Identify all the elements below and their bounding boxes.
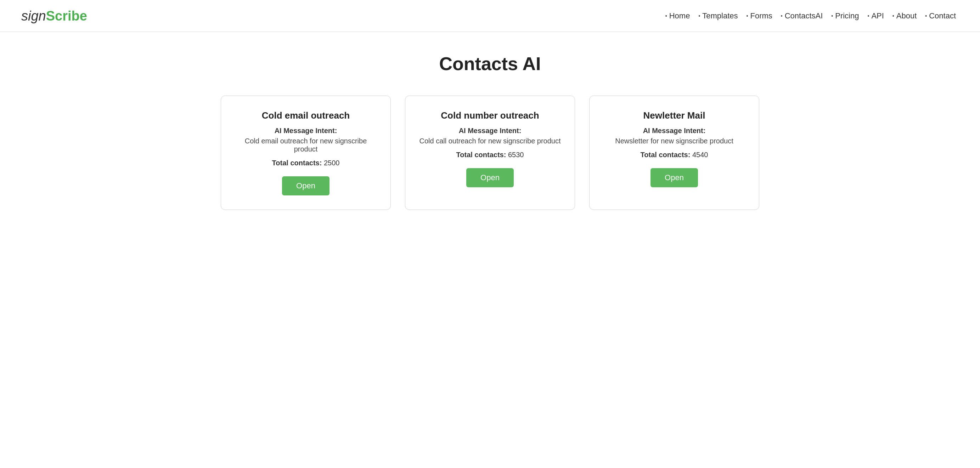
contact-card: Cold email outreach AI Message Intent: C… xyxy=(221,95,391,210)
nav-item-label: API xyxy=(871,11,884,21)
nav-dot: • xyxy=(925,13,927,19)
nav-dot: • xyxy=(867,13,869,19)
open-button[interactable]: Open xyxy=(651,168,698,187)
page-title: Contacts AI xyxy=(29,53,951,75)
card-contacts: Total contacts: 6530 xyxy=(457,151,524,159)
nav-dot: • xyxy=(665,13,667,19)
nav-item-about[interactable]: •About xyxy=(890,10,920,22)
card-intent-label: AI Message Intent: xyxy=(459,127,522,135)
card-intent-value: Newsletter for new signscribe product xyxy=(615,137,733,145)
logo-scribe-text: Scribe xyxy=(46,8,87,23)
nav-dot: • xyxy=(781,13,783,19)
card-title: Newletter Mail xyxy=(643,110,705,121)
nav-item-templates[interactable]: •Templates xyxy=(695,10,740,22)
card-intent-value: Cold call outreach for new signscribe pr… xyxy=(419,137,560,145)
cards-container: Cold email outreach AI Message Intent: C… xyxy=(29,95,951,210)
nav-dot: • xyxy=(698,13,700,19)
card-contacts: Total contacts: 4540 xyxy=(641,151,708,159)
nav-item-label: Pricing xyxy=(835,11,859,21)
card-intent-value: Cold email outreach for new signscribe p… xyxy=(234,137,378,153)
card-contacts-value: 6530 xyxy=(508,151,524,159)
nav-item-label: About xyxy=(896,11,917,21)
nav-item-home[interactable]: •Home xyxy=(663,10,693,22)
card-contacts-value: 4540 xyxy=(692,151,708,159)
nav-item-contactsai[interactable]: •ContactsAI xyxy=(778,10,826,22)
nav-item-pricing[interactable]: •Pricing xyxy=(828,10,862,22)
site-header: signScribe •Home•Templates•Forms•Contact… xyxy=(0,0,980,32)
card-intent-label: AI Message Intent: xyxy=(275,127,337,135)
card-contacts-value: 2500 xyxy=(324,159,340,167)
main-content: Contacts AI Cold email outreach AI Messa… xyxy=(0,32,980,231)
nav-item-contact[interactable]: •Contact xyxy=(922,10,959,22)
nav-dot: • xyxy=(746,13,748,19)
card-intent-label: AI Message Intent: xyxy=(643,127,706,135)
nav-item-label: Contact xyxy=(929,11,956,21)
open-button[interactable]: Open xyxy=(282,176,329,195)
nav-item-label: Templates xyxy=(702,11,738,21)
card-contacts: Total contacts: 2500 xyxy=(272,159,340,167)
card-title: Cold email outreach xyxy=(262,110,350,121)
nav-item-forms[interactable]: •Forms xyxy=(744,10,775,22)
logo[interactable]: signScribe xyxy=(21,9,87,23)
contact-card: Cold number outreach AI Message Intent: … xyxy=(405,95,575,210)
nav-dot: • xyxy=(892,13,894,19)
nav-item-label: Home xyxy=(669,11,690,21)
nav-item-api[interactable]: •API xyxy=(864,10,886,22)
card-title: Cold number outreach xyxy=(441,110,539,121)
main-nav: •Home•Templates•Forms•ContactsAI•Pricing… xyxy=(663,10,959,22)
nav-dot: • xyxy=(831,13,833,19)
nav-item-label: Forms xyxy=(750,11,772,21)
open-button[interactable]: Open xyxy=(466,168,514,187)
nav-item-label: ContactsAI xyxy=(785,11,823,21)
contact-card: Newletter Mail AI Message Intent: Newsle… xyxy=(589,95,759,210)
logo-sign-text: sign xyxy=(21,8,46,23)
